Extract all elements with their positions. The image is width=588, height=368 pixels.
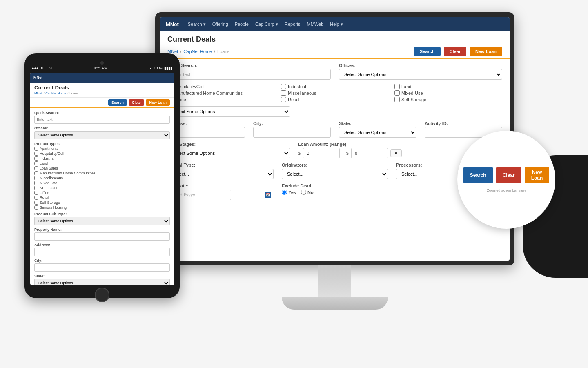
tablet-cb-mixed-input[interactable] — [34, 181, 38, 185]
tablet-product-types: Product Types: Apartments Hospitality/Go… — [34, 142, 170, 210]
tablet-cb-self-storage-input[interactable] — [34, 201, 38, 205]
zoom-buttons: Search Clear New Loan — [463, 167, 550, 183]
calendar-icon[interactable]: 📅 — [265, 192, 271, 198]
offices-label: Offices: — [339, 63, 502, 68]
form-row-checkboxes: Hospitality/Golf Industrial Land — [167, 84, 502, 102]
tablet-cb-retail-input[interactable] — [34, 196, 38, 200]
loan-amount-dropdown[interactable]: ▼ — [390, 149, 402, 157]
zoom-clear-button[interactable]: Clear — [496, 167, 521, 183]
cb-retail-input[interactable] — [281, 97, 286, 102]
tablet-cb-apartments-label: Apartments — [40, 147, 58, 151]
tablet-cb-office-label: Office — [40, 191, 49, 195]
tablet-city-label: City: — [34, 259, 170, 263]
cb-industrial-input[interactable] — [281, 84, 286, 89]
tablet-product-sub-select[interactable]: Select Some Options — [34, 217, 170, 225]
state-group: State: Select Some Options — [339, 121, 416, 138]
cb-miscellaneous-label: Miscellaneous — [288, 91, 316, 96]
monitor-breadcrumb-bar: MNet / CapNet Home / Loans Search Clear … — [160, 45, 510, 59]
tablet-nav-brand: MNet — [33, 76, 42, 80]
cb-miscellaneous: Miscellaneous — [281, 90, 389, 96]
monitor-nav-reports[interactable]: Reports — [285, 22, 301, 27]
cb-industrial-label: Industrial — [288, 84, 306, 89]
tablet-cb-misc-input[interactable] — [34, 176, 38, 180]
tablet-property-name-input[interactable] — [34, 232, 170, 241]
monitor-new-loan-button[interactable]: New Loan — [470, 47, 502, 56]
tablet-cb-land-input[interactable] — [34, 161, 38, 165]
monitor-header: Current Deals — [160, 31, 510, 45]
tablet-cb-hospitality-input[interactable] — [34, 152, 38, 156]
cb-office: Office — [167, 97, 275, 102]
monitor-nav-search[interactable]: Search ▾ — [188, 22, 206, 27]
tablet-cb-industrial-input[interactable] — [34, 156, 38, 161]
tablet-cb-seniors-label: Seniors Housing — [40, 205, 67, 210]
cb-land-input[interactable] — [394, 84, 400, 89]
tablet-city-input[interactable] — [34, 263, 170, 272]
tablet-cb-industrial-label: Industrial — [40, 156, 55, 161]
tablet-cb-loan-sales-input[interactable] — [34, 166, 38, 170]
monitor-clear-button[interactable]: Clear — [444, 47, 467, 56]
monitor-stand-base — [282, 297, 388, 310]
tablet-cb-office-input[interactable] — [34, 191, 38, 195]
loan-stages-select[interactable]: Select Some Options — [167, 148, 290, 158]
tablet-address-input[interactable] — [34, 248, 170, 256]
tablet-cb-seniors-input[interactable] — [34, 205, 38, 210]
loan-amount-max[interactable] — [351, 148, 388, 158]
breadcrumb-section[interactable]: CapNet Home — [183, 49, 212, 54]
exclude-dead-yes-radio[interactable] — [282, 190, 287, 195]
form-row-1: Quick Search: Offices: Select Some Optio… — [167, 63, 502, 80]
monitor-action-buttons: Search Clear New Loan — [414, 47, 502, 56]
tablet-breadcrumb-home[interactable]: MNet — [34, 91, 42, 95]
tablet-product-sub: Product Sub Type: Select Some Options — [34, 212, 170, 225]
tablet-search-button[interactable]: Search — [108, 99, 127, 106]
state-select[interactable]: Select Some Options — [339, 127, 416, 138]
tablet-address-label: Address: — [34, 243, 170, 247]
tablet-quick-search-input[interactable] — [34, 116, 170, 124]
quick-search-input[interactable] — [167, 69, 331, 80]
tablet-cb-office: Office — [34, 191, 170, 195]
city-input[interactable] — [253, 127, 331, 138]
offices-select[interactable]: Select Some Options — [339, 69, 502, 80]
scene: MNet Search ▾ Offering People Cap Corp ▾… — [0, 0, 588, 368]
tablet-cb-hospitality-label: Hospitality/Golf — [40, 152, 65, 156]
zoom-new-loan-button[interactable]: New Loan — [525, 167, 550, 183]
tablet-offices-select[interactable]: Select Some Options — [34, 131, 170, 139]
tablet-clear-button[interactable]: Clear — [129, 99, 145, 106]
originators-select[interactable]: Select... — [282, 169, 388, 179]
monitor-search-button[interactable]: Search — [414, 47, 441, 56]
cb-mhc-label: Manufactured Home Communities — [174, 91, 243, 96]
loan-stages-label: Loan Stages: — [167, 142, 290, 147]
monitor-nav-help[interactable]: Help ▾ — [330, 22, 343, 27]
zoom-search-button[interactable]: Search — [463, 167, 493, 183]
tablet-new-loan-button[interactable]: New Loan — [146, 99, 170, 106]
monitor-nav-offering[interactable]: Offering — [212, 22, 228, 27]
tablet-cb-mixed: Mixed-Use — [34, 181, 170, 185]
tablet-quick-search-label: Quick Search: — [34, 111, 170, 115]
cb-self-storage-label: Self-Storage — [401, 97, 426, 102]
city-group: City: — [253, 121, 331, 138]
tablet-state-select[interactable]: Select Some Options — [34, 279, 170, 285]
tablet-cb-net-leased-input[interactable] — [34, 186, 38, 190]
cb-miscellaneous-input[interactable] — [281, 90, 286, 96]
capital-type-group: Capital Type: Select... — [167, 163, 274, 179]
tablet-form: Quick Search: Offices: Select Some Optio… — [30, 108, 174, 285]
cb-self-storage-input[interactable] — [394, 97, 400, 102]
monitor-nav-mmweb[interactable]: MMWeb — [307, 22, 324, 27]
monitor-nav-people[interactable]: People — [235, 22, 249, 27]
exclude-dead-no-radio[interactable] — [301, 190, 306, 195]
product-sub-select[interactable]: Select Some Options — [167, 106, 290, 117]
capital-type-select[interactable]: Select... — [167, 169, 274, 179]
tablet-cb-mhc-input[interactable] — [34, 171, 38, 175]
form-row-loan: Loan Stages: Select Some Options Loan Am… — [167, 142, 502, 158]
loan-stages-group: Loan Stages: Select Some Options — [167, 142, 290, 158]
loan-amount-min[interactable] — [303, 148, 340, 158]
exclude-dead-no-label: No — [301, 190, 314, 195]
tablet-breadcrumb-section[interactable]: CapNet Home — [45, 91, 66, 95]
tablet-product-types-label: Product Types: — [34, 142, 170, 146]
end-date-label: End Date: — [167, 183, 274, 188]
tablet-cb-apartments-input[interactable] — [34, 147, 38, 151]
tablet-cb-misc-label: Miscellaneous — [40, 176, 63, 180]
tablet-home-button[interactable] — [95, 288, 109, 302]
tablet-cb-apartments: Apartments — [34, 147, 170, 151]
monitor-nav-capcorp[interactable]: Cap Corp ▾ — [255, 22, 278, 27]
cb-mixed-use-input[interactable] — [394, 90, 400, 96]
